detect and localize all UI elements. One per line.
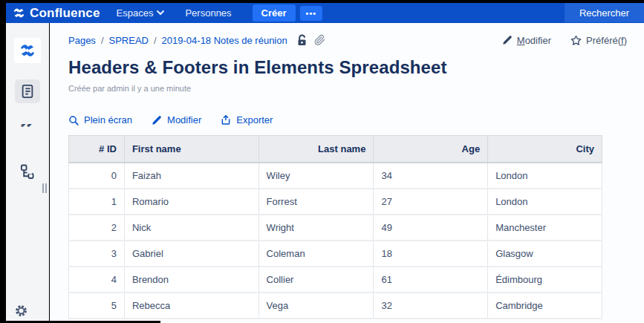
spreadsheet-toolbar: Plein écran Modifier Exporter xyxy=(68,114,625,125)
document-icon xyxy=(20,84,35,99)
search-label: Rechercher xyxy=(579,7,629,19)
page-byline: Créée par admin il y a une minute xyxy=(68,84,625,93)
attachment-paperclip-icon[interactable] xyxy=(314,34,325,46)
search-input[interactable]: Rechercher xyxy=(565,3,644,22)
confluence-logo-icon xyxy=(13,7,25,19)
cell-city[interactable]: Édimbourg xyxy=(488,267,602,293)
edit-spreadsheet-label: Modifier xyxy=(167,114,201,125)
confluence-home-link[interactable]: Confluence xyxy=(13,6,100,21)
cell-first[interactable]: Romario xyxy=(124,189,258,215)
pencil-icon xyxy=(152,115,162,125)
sidebar-resize-handle[interactable] xyxy=(42,183,47,193)
export-button[interactable]: Exporter xyxy=(221,114,273,125)
column-header-age[interactable]: Age xyxy=(374,136,488,163)
cell-age[interactable]: 34 xyxy=(374,163,488,189)
table-header-row: # ID First name Last name Age City xyxy=(69,136,602,163)
cell-id[interactable]: 2 xyxy=(69,215,125,241)
space-settings-button[interactable] xyxy=(15,304,27,317)
pencil-icon xyxy=(502,35,513,45)
cell-first[interactable]: Gabriel xyxy=(124,241,258,267)
unlock-icon[interactable] xyxy=(296,34,308,46)
cell-city[interactable]: London xyxy=(488,189,602,215)
quotes-icon: ” xyxy=(19,124,35,139)
cell-age[interactable]: 18 xyxy=(374,241,488,267)
cell-age[interactable]: 61 xyxy=(374,267,488,293)
page-actions: Modifier Préféré(f) xyxy=(502,35,627,46)
primary-nav: Espaces Personnes xyxy=(117,7,232,19)
more-menu-button[interactable]: ••• xyxy=(300,6,323,21)
page-content: Pages / SPREAD / 2019-04-18 Notes de réu… xyxy=(50,23,644,323)
breadcrumb: Pages / SPREAD / 2019-04-18 Notes de réu… xyxy=(68,35,287,46)
top-navigation-bar: Confluence Espaces Personnes Créer ••• R… xyxy=(6,3,644,23)
nav-personnes-label: Personnes xyxy=(185,7,231,19)
cell-age[interactable]: 27 xyxy=(374,189,488,215)
page-tree-icon xyxy=(20,164,34,179)
breadcrumb-current-page[interactable]: 2019-04-18 Notes de réunion xyxy=(162,35,287,46)
cell-last[interactable]: Wiley xyxy=(258,163,374,189)
breadcrumb-separator: / xyxy=(101,35,104,46)
sidebar-item-page-tree[interactable] xyxy=(15,160,40,183)
page-meta-icons xyxy=(296,34,325,46)
cell-last[interactable]: Forrest xyxy=(258,189,374,215)
brand-name: Confluence xyxy=(30,6,100,21)
search-magnifier-icon xyxy=(68,115,79,125)
cell-city[interactable]: Cambridge xyxy=(488,293,602,319)
cell-city[interactable]: Manchester xyxy=(488,215,602,241)
confluence-space-icon xyxy=(19,43,36,58)
favorite-label: Préféré(f) xyxy=(586,35,627,46)
edit-page-button[interactable]: Modifier xyxy=(502,35,551,46)
table-row[interactable]: 1 Romario Forrest 27 London xyxy=(69,189,602,215)
table-row[interactable]: 3 Gabriel Coleman 18 Glasgow xyxy=(69,241,602,267)
cell-first[interactable]: Rebecca xyxy=(124,293,258,319)
export-icon xyxy=(221,114,231,125)
edit-page-label: Modifier xyxy=(517,35,551,46)
breadcrumb-separator: / xyxy=(154,35,157,46)
cell-first[interactable]: Brendon xyxy=(124,267,258,293)
cell-last[interactable]: Wright xyxy=(258,215,374,241)
nav-espaces-label: Espaces xyxy=(117,7,154,19)
cell-id[interactable]: 4 xyxy=(69,267,125,293)
cell-first[interactable]: Nick xyxy=(124,215,258,241)
cell-last[interactable]: Collier xyxy=(258,267,374,293)
table-row[interactable]: 0 Faizah Wiley 34 London xyxy=(69,163,602,189)
column-header-last-name[interactable]: Last name xyxy=(258,136,374,163)
export-label: Exporter xyxy=(236,114,273,125)
cell-id[interactable]: 0 xyxy=(69,163,125,189)
nav-personnes[interactable]: Personnes xyxy=(185,7,231,19)
table-row[interactable]: 2 Nick Wright 49 Manchester xyxy=(69,215,602,241)
app-frame: Confluence Espaces Personnes Créer ••• R… xyxy=(0,0,644,323)
create-button[interactable]: Créer xyxy=(253,4,296,22)
cell-city[interactable]: London xyxy=(488,163,602,189)
chevron-down-icon xyxy=(157,10,164,16)
star-icon xyxy=(570,35,582,46)
page-title: Headers & Footers in Elements Spreadshee… xyxy=(68,57,625,78)
breadcrumb-pages[interactable]: Pages xyxy=(68,35,96,46)
space-logo-button[interactable] xyxy=(14,38,41,63)
breadcrumb-space[interactable]: SPREAD xyxy=(109,35,149,46)
cell-id[interactable]: 5 xyxy=(69,293,125,319)
cell-first[interactable]: Faizah xyxy=(124,163,258,189)
fullscreen-label: Plein écran xyxy=(84,114,132,125)
table-row[interactable]: 4 Brendon Collier 61 Édimbourg xyxy=(69,267,602,293)
fullscreen-button[interactable]: Plein écran xyxy=(68,114,132,125)
cell-id[interactable]: 1 xyxy=(69,189,125,215)
column-header-id[interactable]: # ID xyxy=(69,136,125,163)
cell-age[interactable]: 49 xyxy=(374,215,488,241)
space-sidebar: ” xyxy=(6,23,49,323)
cell-id[interactable]: 3 xyxy=(69,241,125,267)
nav-espaces[interactable]: Espaces xyxy=(117,7,165,19)
cell-city[interactable]: Glasgow xyxy=(488,241,602,267)
spreadsheet-table: # ID First name Last name Age City 0 Fai… xyxy=(68,135,602,319)
gear-icon xyxy=(15,304,27,317)
column-header-city[interactable]: City xyxy=(488,136,602,163)
table-row[interactable]: 5 Rebecca Vega 32 Cambridge xyxy=(69,293,602,319)
sidebar-item-pages[interactable] xyxy=(15,79,40,103)
cell-last[interactable]: Coleman xyxy=(258,241,374,267)
breadcrumb-row: Pages / SPREAD / 2019-04-18 Notes de réu… xyxy=(68,34,627,46)
sidebar-item-blog[interactable]: ” xyxy=(15,120,40,143)
edit-spreadsheet-button[interactable]: Modifier xyxy=(152,114,201,125)
favorite-button[interactable]: Préféré(f) xyxy=(570,35,627,46)
column-header-first-name[interactable]: First name xyxy=(124,136,258,163)
cell-last[interactable]: Vega xyxy=(258,293,374,319)
cell-age[interactable]: 32 xyxy=(374,293,488,319)
